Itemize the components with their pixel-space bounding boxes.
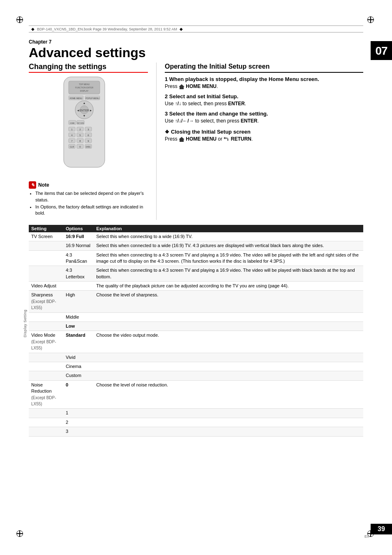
svg-marker-45 xyxy=(179,137,184,142)
table-cell-explanation: Select this when connecting to a wide (1… xyxy=(94,232,363,241)
page-number-sub: En xyxy=(364,534,371,539)
table-cell-option: 4:3 Pan&Scan xyxy=(63,250,94,266)
two-column-layout: Changing the settings TOP MENU FUNCTION … xyxy=(29,62,363,220)
note-item-2: In Options, the factory default settings… xyxy=(35,204,148,217)
step-3: 3 Select the item and change the setting… xyxy=(165,111,363,125)
svg-text:►: ► xyxy=(90,109,92,112)
table-row: 16:9 NormalSelect this when connected to… xyxy=(29,241,363,250)
closing-title: Closing the Initial Setup screen xyxy=(171,129,251,135)
col-header-options: Options xyxy=(63,225,94,232)
table-cell-setting xyxy=(29,371,63,380)
svg-text:DISPLAY: DISPLAY xyxy=(80,90,89,92)
return-icon xyxy=(224,137,229,142)
svg-text:ENTER: ENTER xyxy=(79,109,89,112)
page-number: 39 xyxy=(378,525,385,532)
chapter-tab-number: 07 xyxy=(375,44,387,57)
table-cell-explanation: Select this when connecting to a 4:3 scr… xyxy=(94,250,363,266)
table-cell-explanation xyxy=(94,427,363,436)
home-menu-icon-1 xyxy=(179,84,184,89)
svg-text:TOP MENU: TOP MENU xyxy=(79,83,90,86)
col-header-setting: Setting xyxy=(29,225,63,232)
table-cell-setting xyxy=(29,322,63,331)
step-3-body: Use ↑/↓/←/→ to select, then press ENTER. xyxy=(165,117,363,125)
step-2: 2 Select and set Initial Setup. Use ↑/↓ … xyxy=(165,93,363,107)
step-2-title: Select and set Initial Setup. xyxy=(169,93,238,99)
table-row: Video AdjustThe quality of the playback … xyxy=(29,282,363,291)
table-row: 4:3 LetterboxSelect this when connecting… xyxy=(29,266,363,282)
table-cell-option: 16:9 Full xyxy=(63,232,94,241)
table-cell-option: Vivid xyxy=(63,353,94,362)
table-cell-option: Cinema xyxy=(63,362,94,371)
table-cell-setting xyxy=(29,427,63,436)
note-icon: ✎ xyxy=(29,181,36,189)
table-body: TV Screen16:9 FullSelect this when conne… xyxy=(29,232,363,436)
remote-control-image: TOP MENU FUNCTION ENTER DISPLAY HOME MEN… xyxy=(47,76,129,175)
table-cell-setting xyxy=(29,266,63,282)
table-cell-explanation: Choose the video output mode. xyxy=(94,331,363,353)
chapter-title: Advanced settings xyxy=(29,46,363,60)
diamond-right: ◆ xyxy=(180,27,183,31)
left-column: Changing the settings TOP MENU FUNCTION … xyxy=(29,62,156,220)
step-1-number: 1 xyxy=(165,76,169,82)
chapter-tab: 07 xyxy=(371,41,392,60)
table-cell-explanation: Select this when connecting to a 4:3 scr… xyxy=(94,266,363,282)
table-cell-setting: Video Adjust xyxy=(29,282,63,291)
svg-text:DISC: DISC xyxy=(86,146,91,148)
svg-text:RETURN: RETURN xyxy=(77,122,84,124)
table-cell-setting: Sharpness(Except BDP-LX55) xyxy=(29,291,63,312)
note-item-1: The items that can be selected depend on… xyxy=(35,190,148,203)
table-cell-option: 1 xyxy=(63,409,94,418)
note-header: ✎ Note xyxy=(29,181,148,189)
table-cell-setting xyxy=(29,312,63,321)
right-column: Operating the Initial Setup screen 1 Whe… xyxy=(156,62,363,220)
settings-table: Setting Options Explanation TV Screen16:… xyxy=(29,225,363,437)
table-row: 3 xyxy=(29,427,363,436)
table-cell-option xyxy=(63,282,94,291)
table-cell-option: 4:3 Letterbox xyxy=(63,266,94,282)
svg-text:HOME MENU: HOME MENU xyxy=(69,97,83,99)
table-row: 2 xyxy=(29,418,363,427)
svg-text:HOME: HOME xyxy=(70,122,75,124)
table-header-row: Setting Options Explanation xyxy=(29,225,363,232)
table-cell-setting xyxy=(29,362,63,371)
home-menu-icon-2 xyxy=(179,137,184,142)
table-cell-explanation xyxy=(94,371,363,380)
chapter-label: Chapter 7 xyxy=(29,39,363,45)
file-info-text: BDP-140_VXCN5_1BD_EN.book Page 39 Wednes… xyxy=(37,27,177,31)
table-cell-option: Middle xyxy=(63,312,94,321)
step-3-title: Select the item and change the setting. xyxy=(169,111,268,117)
table-cell-option: 2 xyxy=(63,418,94,427)
table-cell-explanation: Choose the level of sharpness. xyxy=(94,291,363,312)
step-1: 1 When playback is stopped, display the … xyxy=(165,76,363,90)
table-cell-option: 0 xyxy=(63,380,94,409)
registration-mark-bl xyxy=(16,530,25,539)
file-info-bar: ◆ BDP-140_VXCN5_1BD_EN.book Page 39 Wedn… xyxy=(29,25,363,32)
table-cell-explanation xyxy=(94,353,363,362)
note-box: ✎ Note The items that can be selected de… xyxy=(29,179,148,220)
step-1-title: When playback is stopped, display the Ho… xyxy=(169,76,319,82)
table-cell-option: Custom xyxy=(63,371,94,380)
table-cell-explanation xyxy=(94,418,363,427)
svg-text:POPUP MENU: POPUP MENU xyxy=(85,97,99,99)
table-cell-setting xyxy=(29,418,63,427)
table-cell-explanation xyxy=(94,409,363,418)
table-cell-setting xyxy=(29,241,63,250)
side-label-wrapper: Display Setting Setting Options Explanat… xyxy=(29,225,363,437)
table-row: 4:3 Pan&ScanSelect this when connecting … xyxy=(29,250,363,266)
table-cell-setting xyxy=(29,409,63,418)
closing-body: Press HOME MENU or RETURN. xyxy=(165,135,363,143)
table-row: TV Screen16:9 FullSelect this when conne… xyxy=(29,232,363,241)
table-cell-option: High xyxy=(63,291,94,312)
left-section-heading: Changing the settings xyxy=(29,62,148,73)
table-cell-option: 16:9 Normal xyxy=(63,241,94,250)
svg-text:FUNCTION ENTER: FUNCTION ENTER xyxy=(75,86,94,89)
table-row: Noise Reduction(Except BDP-LX55)0Choose … xyxy=(29,380,363,409)
table-cell-setting: Video Mode(Except BDP-LX55) xyxy=(29,331,63,353)
registration-mark-tr xyxy=(367,16,376,25)
svg-marker-44 xyxy=(179,84,184,89)
table-row: 1 xyxy=(29,409,363,418)
table-cell-explanation: The quality of the playback picture can … xyxy=(94,282,363,291)
table-row: Vivid xyxy=(29,353,363,362)
table-cell-explanation: Select this when connected to a wide (16… xyxy=(94,241,363,250)
side-label: Display Setting xyxy=(23,310,27,338)
